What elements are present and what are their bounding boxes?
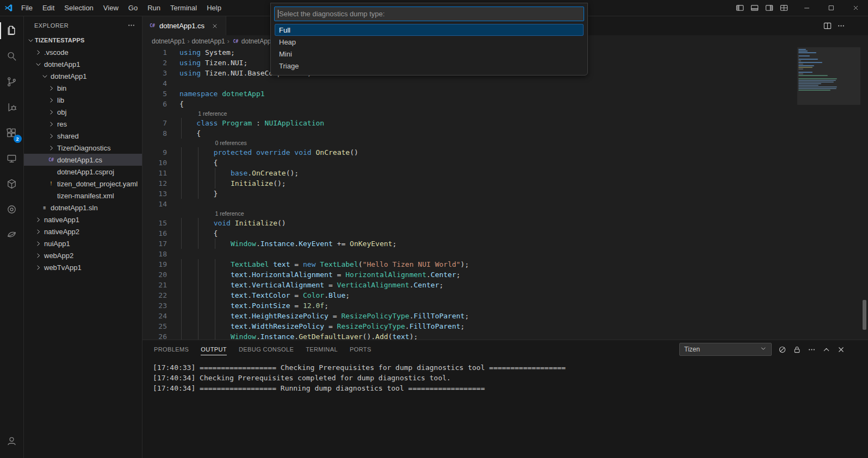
split-editor-icon[interactable] [823, 22, 832, 30]
code-line[interactable]: 17 Window.Instance.KeyEvent += OnKeyEven… [142, 239, 868, 249]
tree-item-nativeapp1[interactable]: nativeApp1 [24, 214, 142, 225]
code-line[interactable]: 14 [142, 199, 868, 209]
code-line[interactable]: 23 text.PointSize = 12.0f; [142, 300, 868, 311]
quick-pick-item-heap[interactable]: Heap [275, 36, 584, 48]
panel-tab-debug-console[interactable]: DEBUG CONSOLE [239, 340, 294, 359]
code-line[interactable]: 19 TextLabel text = new TextLabel("Hello… [142, 259, 868, 269]
menu-item-terminal[interactable]: Terminal [165, 0, 202, 16]
minimap[interactable] [798, 49, 859, 91]
breadcrumb-dotnetapp1[interactable]: dotnetApp1 [152, 37, 185, 45]
tree-item-res[interactable]: res [24, 118, 142, 130]
tree-item-shared[interactable]: shared [24, 130, 142, 142]
tree-item-dotnetapp1[interactable]: dotnetApp1 [24, 58, 142, 70]
quick-pick-item-full[interactable]: Full [275, 24, 584, 36]
menu-item-go[interactable]: Go [123, 0, 142, 16]
tree-item-dotnetapp1[interactable]: dotnetApp1 [24, 70, 142, 82]
panel-tab-ports[interactable]: PORTS [350, 340, 371, 359]
minimize-button[interactable] [795, 0, 819, 16]
menu-item-file[interactable]: File [16, 0, 38, 16]
tree-item-tizendiagnostics[interactable]: TizenDiagnostics [24, 142, 142, 154]
run-and-debug-icon[interactable] [0, 95, 24, 120]
more-actions-icon[interactable] [808, 346, 816, 354]
menu-item-run[interactable]: Run [142, 0, 165, 16]
code-line[interactable]: 26 Window.Instance.GetDefaultLayer().Add… [142, 331, 868, 340]
explorer-icon[interactable] [0, 18, 24, 43]
layout-panel-icon[interactable] [747, 0, 762, 16]
close-panel-icon[interactable] [837, 346, 845, 354]
code-line[interactable]: 25 text.WidthResizePolicy = ResizePolicy… [142, 321, 868, 331]
code-line[interactable]: 11 base.OnCreate(); [142, 168, 868, 178]
close-button[interactable] [844, 0, 868, 16]
search-icon[interactable] [0, 43, 24, 69]
tree-item-nativeapp2[interactable]: nativeApp2 [24, 225, 142, 237]
clear-output-icon[interactable] [778, 346, 786, 354]
code-line[interactable]: 16 { [142, 228, 868, 239]
code-line[interactable]: 8 { [142, 128, 868, 139]
codelens-reference[interactable]: 1 reference [215, 209, 244, 218]
tree-item-tizen-dotnet-project-yaml[interactable]: !tizen_dotnet_project.yaml [24, 178, 142, 190]
code-line[interactable]: 4 [142, 78, 868, 89]
code-line[interactable]: 22 text.TextColor = Color.Blue; [142, 290, 868, 300]
tree-item-nuiapp1[interactable]: nuiApp1 [24, 237, 142, 249]
maximize-panel-icon[interactable] [822, 346, 830, 354]
tree-item-tizen-manifest-xml[interactable]: tizen-manifest.xml [24, 190, 142, 202]
code-line[interactable]: 9 protected override void OnCreate() [142, 147, 868, 158]
menu-item-selection[interactable]: Selection [59, 0, 98, 16]
layout-sidebar-right-icon[interactable] [762, 0, 777, 16]
code-line[interactable]: 12 Initialize(); [142, 178, 868, 189]
menu-item-view[interactable]: View [98, 0, 123, 16]
output-channel-select[interactable]: Tizen [679, 343, 772, 356]
code-line[interactable]: 18 [142, 249, 868, 259]
tab-dotnetapp1-cs[interactable]: C# dotnetApp1.cs [142, 16, 226, 35]
layout-customize-icon[interactable] [777, 0, 791, 16]
code-tokens: text.HorizontalAlignment = HorizontalAli… [179, 269, 461, 280]
layout-sidebar-left-icon[interactable] [733, 0, 747, 16]
tree-item-dotnetapp1-csproj[interactable]: dotnetApp1.csproj [24, 166, 142, 178]
code-line[interactable]: 10 { [142, 158, 868, 168]
breadcrumb-dotnetapp1[interactable]: dotnetApp1 [191, 37, 225, 45]
scrollbar-thumb[interactable] [863, 300, 866, 330]
code-line[interactable]: 15 void Initialize() [142, 218, 868, 228]
more-actions-icon[interactable] [837, 22, 845, 30]
code-line[interactable]: 24 text.HeightResizePolicy = ResizePolic… [142, 311, 868, 321]
close-tab-icon[interactable] [209, 21, 220, 32]
tree-item-webapp2[interactable]: webApp2 [24, 249, 142, 261]
tree-item-dotnetapp1-sln[interactable]: ≡dotnetApp1.sln [24, 202, 142, 214]
accounts-icon[interactable] [0, 428, 24, 454]
code-line[interactable]: 20 text.HorizontalAlignment = Horizontal… [142, 269, 868, 280]
quick-pick-item-mini[interactable]: Mini [275, 48, 584, 60]
editor-scrollbar[interactable] [860, 47, 868, 340]
panel-tab-output[interactable]: OUTPUT [201, 340, 227, 359]
quick-pick-item-triage[interactable]: Triage [275, 60, 584, 72]
code-line[interactable]: 13 } [142, 189, 868, 199]
tizen-icon[interactable] [0, 222, 24, 248]
auto-scroll-lock-icon[interactable] [793, 346, 801, 354]
maximize-button[interactable] [819, 0, 844, 16]
tree-item-bin[interactable]: bin [24, 82, 142, 94]
extensions-icon[interactable]: 2 [0, 120, 24, 146]
tree-item-webtvapp1[interactable]: webTvApp1 [24, 261, 142, 273]
tree-item-dotnetapp1-cs[interactable]: C#dotnetApp1.cs [24, 154, 142, 166]
tree-item-vscode[interactable]: .vscode [24, 46, 142, 58]
codelens-reference[interactable]: 1 reference [198, 109, 227, 118]
panel-tab-problems[interactable]: PROBLEMS [154, 340, 189, 359]
tree-item-obj[interactable]: obj [24, 106, 142, 118]
code-line[interactable]: 7 class Program : NUIApplication [142, 118, 868, 128]
tree-item-lib[interactable]: lib [24, 94, 142, 106]
code-editor[interactable]: 1using System;2using Tizen.NUI;3using Ti… [142, 47, 868, 340]
output-view[interactable]: [17:40:33] ================== Checking P… [142, 359, 868, 458]
device-manager-icon[interactable] [0, 146, 24, 171]
workspace-section[interactable]: TIZENTESTAPPS [24, 34, 142, 46]
menu-item-help[interactable]: Help [202, 0, 226, 16]
emulator-manager-icon[interactable] [0, 197, 24, 222]
codelens-reference[interactable]: 0 references [215, 139, 246, 147]
code-line[interactable]: 5namespace dotnetApp1 [142, 89, 868, 99]
more-actions-icon[interactable] [127, 21, 135, 29]
code-line[interactable]: 6{ [142, 99, 868, 109]
source-control-icon[interactable] [0, 69, 24, 95]
code-line[interactable]: 21 text.VerticalAlignment = VerticalAlig… [142, 280, 868, 290]
panel-tab-terminal[interactable]: TERMINAL [306, 340, 338, 359]
quick-pick-input[interactable] [278, 9, 580, 18]
menu-item-edit[interactable]: Edit [38, 0, 59, 16]
package-explorer-icon[interactable] [0, 171, 24, 197]
